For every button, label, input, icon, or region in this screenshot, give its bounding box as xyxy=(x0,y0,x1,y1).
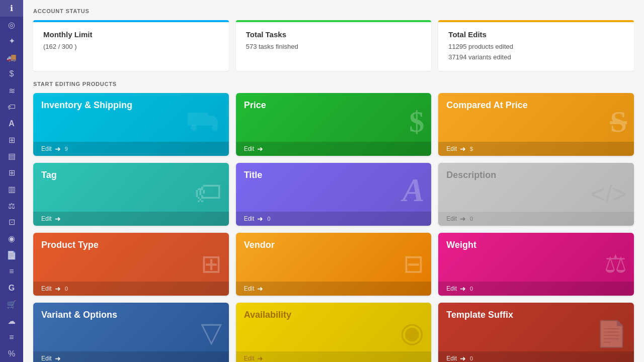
card-product-type-footer[interactable]: Edit ➜ 0 xyxy=(33,282,229,296)
grid-icon: ⊞ xyxy=(9,135,15,145)
card-availability[interactable]: Availability ◉ Edit ➜ xyxy=(236,303,432,362)
card-tag-footer[interactable]: Edit ➜ xyxy=(33,212,229,226)
sidebar-item-truck[interactable]: 🚚 xyxy=(0,49,23,66)
card-title-body: Title A xyxy=(236,163,432,212)
truck-card-icon xyxy=(187,108,222,137)
card-vendor-body: Vendor ⊟ xyxy=(236,233,432,282)
template-card-icon: 📄 xyxy=(596,321,627,346)
cart-icon: 🛒 xyxy=(7,300,17,309)
sidebar-item-menu[interactable]: ≡ xyxy=(0,263,23,280)
availability-edit-label: Edit xyxy=(244,355,255,362)
card-inventory-label: Inventory & Shipping xyxy=(41,100,132,111)
card-tag-body: Tag 🏷 xyxy=(33,163,229,212)
vendor-card-icon: ⊟ xyxy=(403,251,424,277)
svg-point-1 xyxy=(191,125,197,131)
sidebar: ℹ ◎ ✦ 🚚 $ ≋ 🏷 A ⊞ ▤ ⊞ ▥ ⚖ ⊡ ◉ 📄 ≡ xyxy=(0,0,23,362)
card-compared-body: Compared At Price S xyxy=(438,93,634,142)
sidebar-item-g[interactable]: G xyxy=(0,280,23,296)
star-icon: ✦ xyxy=(9,36,15,46)
apps-icon: ⊞ xyxy=(9,168,15,177)
sidebar-item-tag[interactable]: 🏷 xyxy=(0,99,23,115)
wavy-icon: ≋ xyxy=(9,86,15,96)
list-icon: ▤ xyxy=(8,151,16,161)
card-compared[interactable]: Compared At Price S Edit ➜ $ xyxy=(438,93,634,156)
status-card-tasks: Total Tasks 573 tasks finished xyxy=(236,20,432,71)
truck-icon: 🚚 xyxy=(7,53,17,62)
sidebar-item-cloud[interactable]: ☁ xyxy=(0,313,23,329)
card-template-footer[interactable]: Edit ➜ 0 xyxy=(438,351,634,362)
card-description-label: Description xyxy=(446,170,496,180)
sidebar-item-dollar[interactable]: $ xyxy=(0,66,23,82)
product-grid: Inventory & Shipping Edit ➜ 9 Pr xyxy=(33,93,634,362)
card-tag-label: Tag xyxy=(41,170,57,180)
sidebar-item-list[interactable]: ▤ xyxy=(0,148,23,165)
scale-icon: ⚖ xyxy=(8,201,15,211)
card-price-body: Price $ xyxy=(236,93,432,142)
card-availability-footer[interactable]: Edit ➜ xyxy=(236,351,432,362)
sidebar-item-grid[interactable]: ⊞ xyxy=(0,132,23,148)
card-description-footer[interactable]: Edit ➜ 0 xyxy=(438,212,634,226)
card-product-type[interactable]: Product Type ⊞ Edit ➜ 0 xyxy=(33,233,229,296)
tag-edit-arrow: ➜ xyxy=(55,215,61,223)
title-edit-count: 0 xyxy=(267,216,270,222)
card-vendor[interactable]: Vendor ⊟ Edit ➜ xyxy=(236,233,432,296)
product-type-card-icon: ⊞ xyxy=(201,251,222,277)
title-card-icon: A xyxy=(403,174,424,207)
sidebar-item-percent[interactable]: % xyxy=(0,345,23,362)
card-template[interactable]: Template Suffix 📄 Edit ➜ 0 xyxy=(438,303,634,362)
sidebar-item-eye[interactable]: ◉ xyxy=(0,230,23,247)
card-variant-footer[interactable]: Edit ➜ xyxy=(33,351,229,362)
sidebar-item-cart[interactable]: 🛒 xyxy=(0,296,23,313)
variant-edit-arrow: ➜ xyxy=(55,354,61,362)
title-edit-label: Edit xyxy=(244,215,255,222)
doc-icon: 📄 xyxy=(7,250,17,260)
card-template-label: Template Suffix xyxy=(446,310,513,320)
sidebar-item-lines[interactable]: ≡ xyxy=(0,329,23,346)
card-title[interactable]: Title A Edit ➜ 0 xyxy=(236,163,432,226)
sidebar-item-font[interactable]: A xyxy=(0,115,23,132)
sidebar-item-circle[interactable]: ◎ xyxy=(0,17,23,33)
availability-card-icon: ◉ xyxy=(400,319,424,346)
card-availability-label: Availability xyxy=(244,310,291,320)
sidebar-item-doc[interactable]: 📄 xyxy=(0,247,23,263)
total-edits-title: Total Edits xyxy=(448,30,624,39)
card-product-type-label: Product Type xyxy=(41,240,99,250)
card-inventory[interactable]: Inventory & Shipping Edit ➜ 9 xyxy=(33,93,229,156)
card-variant[interactable]: Variant & Options ▽ Edit ➜ xyxy=(33,303,229,362)
sidebar-item-star[interactable]: ✦ xyxy=(0,33,23,49)
card-description[interactable]: Description </> Edit ➜ 0 xyxy=(438,163,634,226)
total-tasks-title: Total Tasks xyxy=(246,30,422,39)
card-product-type-body: Product Type ⊞ xyxy=(33,233,229,282)
card-weight-footer[interactable]: Edit ➜ 0 xyxy=(438,282,634,296)
sidebar-item-apps[interactable]: ⊞ xyxy=(0,164,23,181)
monthly-limit-title: Monthly Limit xyxy=(43,30,219,39)
card-tag[interactable]: Tag 🏷 Edit ➜ xyxy=(33,163,229,226)
variant-edit-label: Edit xyxy=(41,355,52,362)
sidebar-item-wavy[interactable]: ≋ xyxy=(0,82,23,99)
percent-icon: % xyxy=(8,349,15,358)
card-inventory-footer[interactable]: Edit ➜ 9 xyxy=(33,142,229,156)
svg-rect-0 xyxy=(188,113,208,126)
weight-edit-count: 0 xyxy=(470,286,473,292)
account-status-title: ACCOUNT STATUS xyxy=(33,8,634,14)
description-card-icon: </> xyxy=(591,182,627,207)
variant-card-icon: ▽ xyxy=(201,319,222,346)
card-weight-body: Weight ⚖ xyxy=(438,233,634,282)
circle-icon: ◎ xyxy=(8,20,15,30)
inventory-edit-arrow: ➜ xyxy=(55,145,61,153)
sidebar-item-info[interactable]: ℹ xyxy=(0,0,23,17)
sidebar-item-box[interactable]: ⊡ xyxy=(0,214,23,231)
template-edit-count: 0 xyxy=(470,355,473,361)
card-price-footer[interactable]: Edit ➜ xyxy=(236,142,432,156)
price-edit-label: Edit xyxy=(244,145,255,152)
sidebar-item-bars[interactable]: ▥ xyxy=(0,181,23,198)
card-vendor-footer[interactable]: Edit ➜ xyxy=(236,282,432,296)
products-section-title: START EDITING PRODUCTS xyxy=(33,81,634,87)
card-compared-footer[interactable]: Edit ➜ $ xyxy=(438,142,634,156)
weight-card-icon: ⚖ xyxy=(604,251,627,277)
box-icon: ⊡ xyxy=(9,217,15,227)
sidebar-item-scale[interactable]: ⚖ xyxy=(0,198,23,214)
card-title-footer[interactable]: Edit ➜ 0 xyxy=(236,212,432,226)
card-weight[interactable]: Weight ⚖ Edit ➜ 0 xyxy=(438,233,634,296)
card-price[interactable]: Price $ Edit ➜ xyxy=(236,93,432,156)
